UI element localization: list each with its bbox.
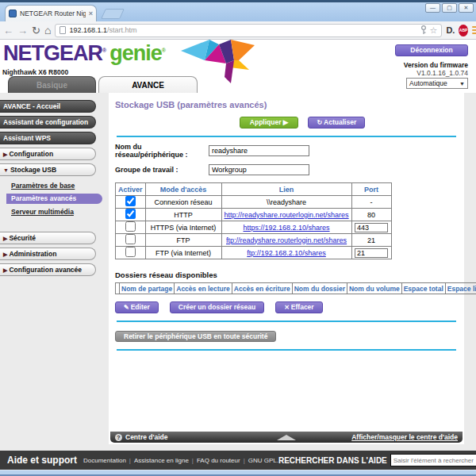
content-panel: Stockage USB (paramètres avancés) Appliq… (109, 93, 464, 444)
minimize-button[interactable]: — (425, 3, 440, 13)
port-input[interactable] (355, 248, 388, 258)
extension-d-icon[interactable]: D. (446, 25, 455, 35)
share-link[interactable]: ftp://192.168.2.10/shares (247, 249, 326, 257)
sidebar-item-label: Sécurité (9, 234, 36, 242)
page-title: Stockage USB (paramètres avancés) (115, 100, 458, 109)
create-folder-button[interactable]: Créer un dossier réseau (170, 301, 264, 313)
link-documentation[interactable]: Documentation (83, 457, 126, 464)
firmware-label: Version du firmware (404, 61, 468, 69)
bookmark-star-icon[interactable]: ☆ (430, 26, 438, 35)
adblock-extension-icon[interactable]: ABP (459, 25, 467, 36)
refresh-button[interactable]: ↻Actualiser (308, 117, 365, 129)
link-router-faq[interactable]: FAQ du routeur (197, 457, 240, 464)
support-links: Documentation | Assistance en ligne | FA… (83, 457, 278, 464)
sidebar-item-label: Administration (9, 250, 56, 258)
safe-remove-usb-button[interactable]: Retirer le périphérique USB en toute séc… (115, 331, 276, 342)
sidebar-item-configuration[interactable]: ▶Configuration (0, 148, 96, 160)
browser-tab[interactable]: NETGEAR Router Nightha × (5, 5, 97, 21)
sidebar-item-setup-wizard[interactable]: Assistant de configuration (0, 116, 96, 129)
chevron-down-icon: ▼ (3, 167, 9, 173)
sidebar-item-wps-wizard[interactable]: Assistant WPS (0, 132, 96, 144)
home-icon[interactable]: ⌂ (44, 24, 51, 36)
chevron-right-icon: ▶ (3, 236, 7, 241)
logout-button[interactable]: Déconnexion (395, 44, 468, 56)
access-method-table: Activer Mode d'accès Lien Port Connexion… (115, 182, 392, 259)
share-link[interactable]: ftp://readyshare.routerlogin.net/shares (226, 236, 347, 244)
col-share-name: Nom de partage (120, 283, 175, 294)
port-input[interactable] (355, 223, 388, 232)
delete-label: Effacer (291, 303, 314, 311)
link-online-support[interactable]: Assistance en ligne (134, 457, 189, 464)
col-free-space: Espace libre (445, 283, 476, 294)
enable-checkbox[interactable] (125, 234, 136, 244)
maximize-button[interactable]: ▢ (442, 3, 457, 13)
col-total-space: Espace total (401, 283, 445, 294)
access-mode: HTTP (145, 209, 221, 221)
sidebar-item-administration[interactable]: ▶Administration (0, 248, 96, 260)
enable-checkbox[interactable] (125, 221, 136, 232)
port-value: 21 (351, 234, 391, 247)
workgroup-label: Groupe de travail : (115, 166, 209, 174)
separator: | (244, 457, 245, 464)
divider (117, 321, 456, 322)
apply-button[interactable]: Appliquer ▶ (240, 117, 299, 129)
link-gnu-gpl[interactable]: GNU GPL. (248, 457, 278, 464)
usb-storage-submenu: Paramètres de base Paramètres avancés Se… (0, 179, 109, 222)
back-icon[interactable]: ← (3, 25, 13, 36)
tab-close-icon[interactable]: × (89, 10, 93, 17)
delete-button[interactable]: ✕Effacer (275, 301, 323, 313)
network-folders-table: Nom de partage Accès en lecture Accès en… (115, 282, 476, 294)
router-page: NETGEAR®genie® Nighthawk X6 R8000 Déconn… (0, 40, 476, 470)
expand-arrow-icon[interactable] (277, 435, 296, 440)
forward-icon[interactable]: → (17, 25, 28, 36)
device-name-input[interactable] (209, 145, 309, 156)
new-tab-button[interactable] (101, 9, 125, 19)
col-lien: Lien (221, 183, 351, 196)
sidebar-item-usb-storage[interactable]: ▼Stockage USB (0, 163, 96, 176)
sidebar-item-media-server[interactable]: Serveur multimédia (11, 208, 109, 216)
access-mode: Connexion réseau (145, 196, 221, 209)
browser-menu-icon[interactable] (472, 26, 476, 34)
enable-checkbox[interactable] (125, 209, 136, 219)
col-mode: Mode d'accès (145, 183, 221, 196)
url-path: /start.htm (107, 26, 137, 34)
tab-favicon-icon (9, 10, 17, 17)
support-title: Aide et support (7, 455, 77, 466)
tab-advanced[interactable]: AVANCE (98, 76, 198, 93)
table-header-row: Nom de partage Accès en lecture Accès en… (116, 283, 476, 294)
url-bar[interactable]: 192.168.1.1/start.htm ☆ (55, 24, 442, 37)
enable-checkbox[interactable] (125, 247, 136, 257)
share-link[interactable]: https://192.168.2.10/shares (244, 224, 330, 232)
share-link[interactable]: http://readyshare.routerlogin.net/shares (225, 211, 349, 219)
table-row: FTP (via Internet) ftp://192.168.2.10/sh… (116, 247, 392, 259)
divider (117, 349, 456, 351)
browser-window: NETGEAR Router Nightha × — ▢ ✕ ← → ↻ ⌂ 1… (0, 0, 476, 476)
window-controls: — ▢ ✕ (425, 3, 474, 13)
key-icon[interactable] (420, 25, 427, 35)
help-center-bar: ? Centre d'aide Afficher/masquer le cent… (110, 432, 463, 443)
brand-netgear: NETGEAR (3, 41, 102, 65)
workgroup-input[interactable] (209, 164, 309, 175)
sidebar-item-home[interactable]: AVANCE - Accueil (0, 100, 96, 113)
reload-icon[interactable]: ↻ (32, 25, 40, 36)
tab-basic[interactable]: Basique (8, 76, 96, 93)
help-search-input[interactable] (390, 454, 476, 466)
device-name-row: Nom du réseau/périphérique : (115, 143, 458, 159)
help-toggle-link[interactable]: Afficher/masquer le centre d'aide (351, 433, 458, 441)
sidebar-item-basic-settings[interactable]: Paramètres de base (11, 182, 109, 190)
sidebar-item-advanced-settings[interactable]: Paramètres avancés (6, 194, 102, 204)
enable-checkbox[interactable] (125, 196, 136, 206)
help-search-label: RECHERCHER DANS L'AIDE (278, 456, 387, 465)
edit-button[interactable]: ✎Editer (115, 301, 159, 313)
refresh-icon: ↻ (317, 119, 322, 126)
url-text[interactable]: 192.168.1.1/start.htm (69, 26, 416, 34)
sidebar-item-advanced-setup[interactable]: ▶Configuration avancée (0, 263, 96, 276)
sidebar-item-security[interactable]: ▶Sécurité (0, 232, 96, 244)
share-path: \\readyshare (221, 196, 351, 209)
access-mode: HTTPS (via Internet) (145, 221, 221, 234)
tab-title: NETGEAR Router Nightha (20, 10, 86, 17)
close-button[interactable]: ✕ (459, 3, 474, 13)
apply-arrow-icon: ▶ (283, 118, 289, 126)
site-header: NETGEAR®genie® Nighthawk X6 R8000 Déconn… (0, 40, 476, 93)
chevron-right-icon: ▶ (3, 251, 7, 257)
